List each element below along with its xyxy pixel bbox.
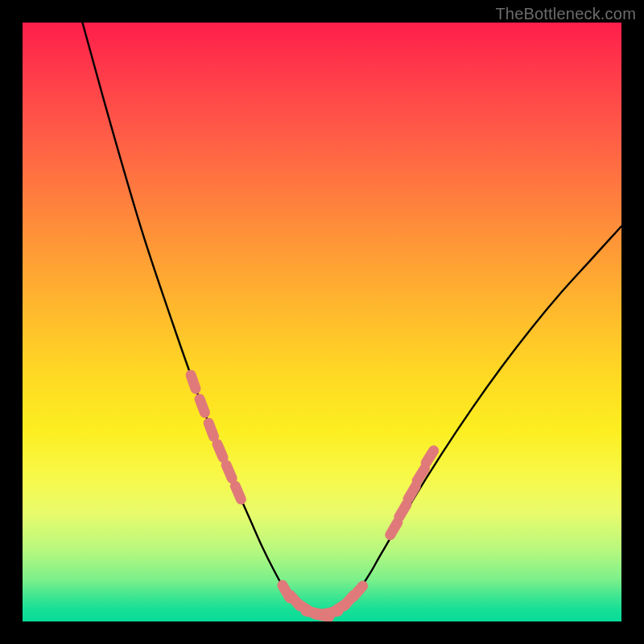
marker-dot [390,522,398,535]
curve-group [82,23,621,616]
marker-dot [217,444,223,458]
plot-area [23,23,621,621]
chart-svg [23,23,621,621]
marker-dot [353,586,363,597]
marker-dot [200,399,204,413]
marker-dot [417,469,425,481]
marker-dot [208,423,213,436]
marker-dot [408,486,415,499]
bottleneck-curve [82,23,621,616]
marker-dot [235,486,241,500]
outer-frame: TheBottleneck.com [0,0,644,644]
marker-dot [191,375,196,389]
marker-dot [399,505,407,518]
marker-dots [191,375,434,617]
watermark-text: TheBottleneck.com [495,5,636,23]
marker-dot [426,451,434,463]
marker-dot [226,465,232,479]
